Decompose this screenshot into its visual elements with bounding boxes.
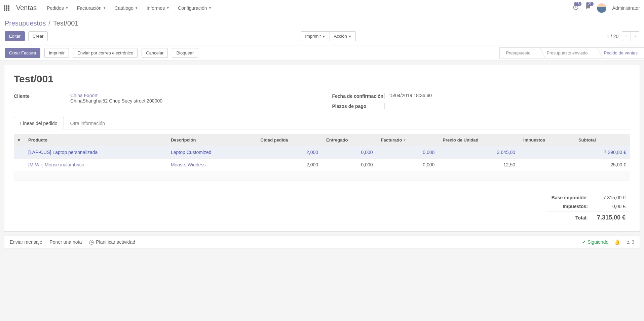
cell-precio-unidad: 12,50	[439, 159, 519, 171]
svg-point-1	[628, 241, 629, 242]
caret-down-icon: ▼	[103, 6, 106, 10]
nav-catalogo[interactable]: Catálogo▼	[115, 5, 138, 11]
cliente-link[interactable]: China Export	[70, 93, 98, 98]
create-invoice-button[interactable]: Crear Factura	[5, 48, 40, 58]
messages-icon[interactable]: 21	[585, 4, 591, 11]
breadcrumb-root[interactable]: Presupuestos	[5, 19, 46, 27]
nav-configuracion[interactable]: Configuración▼	[178, 5, 212, 11]
log-note-link[interactable]: Poner una nota	[50, 239, 82, 245]
caret-down-icon: ▼	[322, 35, 326, 38]
caret-down-icon: ▼	[135, 6, 138, 10]
order-lines-table: ▾ Producto Descripción Ctdad pedida Entr…	[14, 134, 630, 180]
caret-down-icon: ▼	[65, 6, 69, 10]
col-descripcion[interactable]: Descripción	[167, 134, 256, 146]
cell-producto[interactable]: [LAP-CUS] Laptop personalizada	[28, 150, 98, 155]
action-dropdown[interactable]: Acción ▼	[330, 31, 356, 41]
empty-row	[14, 171, 630, 180]
status-presupuesto-enviado[interactable]: Presupuesto enviado	[537, 47, 594, 58]
col-precio-unidad[interactable]: Precio de Unidad	[439, 134, 519, 146]
print-dropdown[interactable]: Imprimir ▼	[301, 31, 330, 41]
lock-button[interactable]: Bloquear	[172, 48, 198, 58]
col-ctdad-pedida[interactable]: Ctdad pedida	[256, 134, 322, 146]
cell-ctdad-pedida: 2,000	[256, 159, 322, 171]
user-name[interactable]: Administrator	[612, 5, 640, 11]
check-icon: ✔	[582, 239, 586, 245]
value-total: 7.315,00 €	[593, 211, 630, 223]
tab-lineas-pedido[interactable]: Líneas del pedido	[14, 117, 64, 129]
cell-subtotal: 25,00 €	[574, 159, 630, 171]
send-email-button[interactable]: Enviar por correo electrónico	[73, 48, 138, 58]
edit-button[interactable]: Editar	[5, 31, 25, 41]
nav-informes[interactable]: Informes▼	[147, 5, 169, 11]
col-menu[interactable]: ▾	[14, 134, 24, 146]
status-presupuesto[interactable]: Presupuesto	[499, 47, 537, 58]
status-steps: Presupuesto Presupuesto enviado Pedido d…	[499, 47, 644, 58]
pager-prev[interactable]: ‹	[622, 31, 631, 41]
control-panel: Presupuestos / Test/001 Editar Crear Imp…	[0, 16, 644, 45]
cell-entregado: 0,000	[322, 146, 377, 159]
label-total: Total:	[547, 211, 592, 223]
create-button[interactable]: Crear	[28, 31, 48, 41]
messages-badge: 21	[586, 2, 593, 6]
value-impuestos-total: 0,00 €	[593, 202, 630, 210]
col-subtotal[interactable]: Subtotal	[574, 134, 630, 146]
breadcrumb-sep: /	[48, 19, 50, 27]
cell-entregado: 0,000	[322, 159, 377, 171]
schedule-activity-link[interactable]: Planificar actividad	[89, 239, 135, 245]
cell-descripcion[interactable]: Mouse, Wireless	[171, 162, 205, 167]
pager-text[interactable]: 1 / 20	[607, 34, 618, 39]
breadcrumb: Presupuestos / Test/001	[5, 19, 639, 27]
app-name[interactable]: Ventas	[16, 4, 37, 12]
breadcrumb-current: Test/001	[53, 19, 79, 27]
cell-ctdad-pedida: 2,000	[256, 146, 322, 159]
apps-icon[interactable]	[4, 5, 9, 11]
label-cliente: Cliente	[14, 93, 66, 104]
following-button[interactable]: ✔Siguiendo	[582, 239, 608, 245]
cell-impuestos	[519, 159, 574, 171]
topbar: Ventas Pedidos▼ Facturación▼ Catálogo▼ I…	[0, 0, 644, 16]
cell-subtotal: 7.290,00 €	[574, 146, 630, 159]
caret-down-icon: ▼	[208, 6, 212, 10]
col-producto[interactable]: Producto	[24, 134, 167, 146]
col-entregado[interactable]: Entregado	[322, 134, 377, 146]
record-title: Test/001	[14, 73, 630, 85]
table-row[interactable]: [LAP-CUS] Laptop personalizada Laptop Cu…	[14, 146, 630, 159]
cell-descripcion[interactable]: Laptop Customized	[171, 150, 212, 155]
table-row[interactable]: [M-Wir] Mouse inalámbrico Mouse, Wireles…	[14, 159, 630, 171]
nav-facturacion[interactable]: Facturación▼	[77, 5, 106, 11]
col-impuestos[interactable]: Impuestos	[519, 134, 574, 146]
cell-producto[interactable]: [M-Wir] Mouse inalámbrico	[28, 162, 84, 167]
activities-badge: 16	[574, 2, 581, 6]
value-plazos-pago	[384, 103, 631, 109]
cell-precio-unidad: 3.645,00	[439, 146, 519, 159]
cell-facturado: 0,000	[377, 146, 439, 159]
followers-count[interactable]: 3	[626, 239, 634, 245]
value-cliente: China Export ChinaShanghai52 Chop Suey s…	[66, 93, 312, 104]
tabs: Líneas del pedido Otra información	[14, 117, 630, 129]
avatar[interactable]	[597, 3, 606, 13]
caret-down-icon: ▼	[166, 6, 169, 10]
label-base-imponible: Base imponible:	[547, 194, 592, 202]
chatter: Enviar mensaje Poner una nota Planificar…	[4, 236, 640, 248]
statusbar: Crear Factura Imprimir Enviar por correo…	[0, 45, 644, 61]
clock-icon	[89, 240, 94, 245]
value-base-imponible: 7.315,00 €	[593, 194, 630, 202]
label-impuestos-total: Impuestos:	[547, 202, 592, 210]
label-fecha-confirmacion: Fecha de confirmación	[332, 93, 384, 99]
bell-icon[interactable]: 🔔	[614, 239, 620, 245]
value-fecha-confirmacion: 15/04/2019 18:36:40	[384, 93, 631, 99]
totals: Base imponible: 7.315,00 € Impuestos: 0,…	[14, 188, 630, 223]
col-facturado[interactable]: Facturado▼	[377, 134, 439, 146]
label-plazos-pago: Plazos de pago	[332, 103, 384, 109]
nav-pedidos[interactable]: Pedidos▼	[47, 5, 69, 11]
pager-next[interactable]: ›	[631, 31, 639, 41]
send-message-link[interactable]: Enviar mensaje	[10, 239, 42, 245]
activities-icon[interactable]: 16	[573, 4, 579, 11]
sort-desc-icon: ▼	[403, 138, 406, 142]
tab-otra-informacion[interactable]: Otra información	[64, 117, 111, 129]
form-sheet: Test/001 Cliente China Export ChinaShang…	[4, 65, 640, 232]
person-icon	[626, 240, 630, 244]
cell-facturado: 0,000	[377, 159, 439, 171]
cancel-button[interactable]: Cancelar	[142, 48, 168, 58]
print-button[interactable]: Imprimir	[44, 48, 69, 58]
